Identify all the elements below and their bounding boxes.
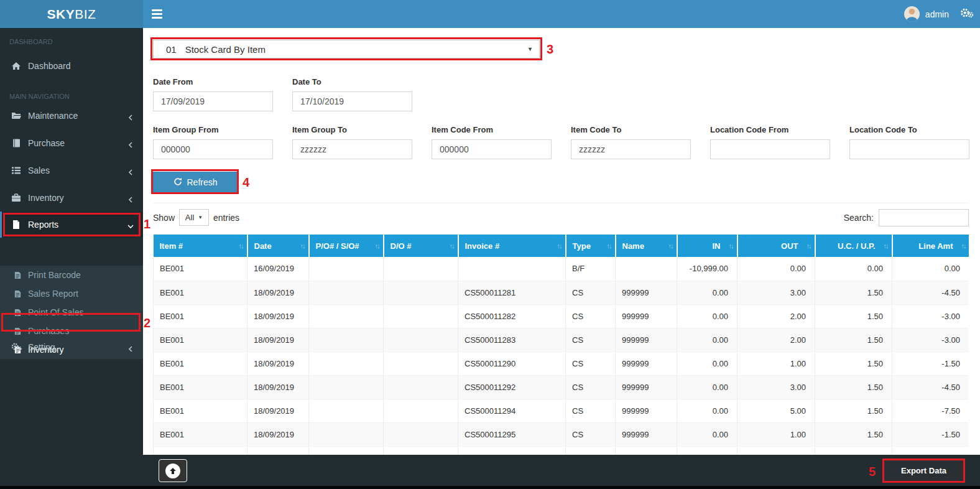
sort-icon: ↑↓ — [375, 242, 379, 249]
chevron-left-icon — [127, 195, 134, 201]
settings-gear-icon[interactable] — [960, 7, 974, 21]
table-cell: 999999 — [616, 375, 677, 399]
top-navbar: admin — [143, 0, 980, 28]
table-cell: CS — [566, 399, 616, 422]
user-menu[interactable]: admin — [904, 6, 949, 22]
column-header-out[interactable]: OUT↑↓ — [737, 235, 815, 257]
sidebar: DASHBOARD Dashboard MAIN NAVIGATION Main… — [0, 28, 143, 489]
table-cell: 18/09/2019 — [247, 422, 309, 446]
table-cell: 999999 — [616, 422, 677, 446]
stock-card-table: Item #↑↓ Date↑↓ P/O# / S/O#↑↓ D/O #↑↓ In… — [153, 235, 969, 455]
file-icon — [11, 220, 21, 230]
column-header-invoice[interactable]: Invoice #↑↓ — [458, 235, 566, 257]
item-group-from-input[interactable] — [153, 139, 273, 159]
logo-bold: SKY — [47, 7, 75, 22]
table-cell: 0.00 — [892, 257, 969, 281]
refresh-icon — [173, 177, 182, 188]
table-cell: 3.00 — [737, 375, 815, 399]
footer-bar: Export Data — [0, 455, 980, 486]
submenu-item-point-of-sales[interactable]: Point Of Sales — [0, 303, 143, 322]
table-cell: CS — [566, 375, 616, 399]
scroll-to-top-button[interactable] — [159, 459, 187, 482]
item-group-to-input[interactable] — [292, 139, 412, 159]
table-cell — [384, 446, 458, 455]
column-header-uc-up[interactable]: U.C. / U.P.↑↓ — [815, 235, 892, 257]
file-text-icon — [14, 309, 22, 317]
table-cell — [384, 375, 458, 399]
table-row: BE001 18/09/2019 CS500011283 CS 999999 0… — [154, 328, 969, 352]
column-header-line-amt[interactable]: Line Amt↑↓ — [892, 235, 969, 257]
table-cell — [616, 446, 677, 455]
location-code-to-input[interactable] — [849, 139, 969, 159]
submenu-item-sales-report[interactable]: Sales Report — [0, 284, 143, 303]
column-header-po-so[interactable]: P/O# / S/O#↑↓ — [309, 235, 384, 257]
table-cell: 16/09/2019 — [247, 257, 309, 281]
sidebar-item-setting[interactable]: Setting — [0, 333, 143, 361]
location-code-from-input[interactable] — [710, 139, 830, 159]
chevron-down-icon — [127, 221, 134, 228]
table-cell: CS500011290 — [458, 352, 566, 375]
column-header-type[interactable]: Type↑↓ — [566, 235, 616, 257]
table-cell: 18/09/2019 — [247, 352, 309, 375]
table-cell: CS — [566, 352, 616, 375]
sidebar-item-label: Setting — [28, 342, 55, 352]
table-row: BE001 18/09/2019 CS500011282 CS 999999 0… — [154, 304, 969, 328]
date-to-input[interactable] — [292, 91, 412, 111]
sidebar-item-purchase[interactable]: Purchase — [0, 129, 143, 157]
sidebar-item-sales[interactable]: Sales — [0, 157, 143, 184]
gears-icon — [11, 342, 21, 352]
table-cell: 999999 — [616, 281, 677, 304]
table-cell: BE001 — [154, 399, 247, 422]
sort-icon: ↑↓ — [884, 242, 888, 249]
show-label: Show — [153, 213, 175, 223]
refresh-label: Refresh — [187, 177, 217, 187]
submenu-item-label: Point Of Sales — [28, 307, 84, 317]
report-type-select[interactable]: 01 Stock Card By Item ▼ — [153, 40, 540, 58]
item-code-from-input[interactable] — [432, 139, 552, 159]
sidebar-item-maintenance[interactable]: Maintenance — [0, 102, 143, 129]
item-group-to-label: Item Group To — [292, 125, 347, 134]
column-header-do[interactable]: D/O #↑↓ — [384, 235, 458, 257]
table-cell — [616, 257, 677, 281]
table-cell: 0.00 — [677, 304, 737, 328]
table-cell: CS — [566, 328, 616, 352]
table-cell: B/F — [566, 257, 616, 281]
table-cell: -7.50 — [892, 399, 969, 422]
table-cell: 18/09/2019 — [247, 375, 309, 399]
list-icon — [11, 165, 21, 175]
column-header-date[interactable]: Date↑↓ — [247, 235, 309, 257]
table-cell: 999999 — [616, 352, 677, 375]
sort-icon: ↑↓ — [807, 242, 811, 249]
column-header-item[interactable]: Item #↑↓ — [154, 235, 247, 257]
sort-icon: ↑↓ — [961, 242, 966, 249]
bottom-strip — [0, 486, 980, 489]
table-row: BE001 16/09/2019 B/F -10,999.00 0.00 0.0… — [154, 257, 969, 281]
page-length-value: All — [185, 213, 194, 222]
date-from-input[interactable] — [153, 91, 273, 111]
table-cell: CS500011282 — [458, 304, 566, 328]
table-cell: 999999 — [616, 328, 677, 352]
table-cell — [309, 422, 384, 446]
submenu-item-print-barcode[interactable]: Print Barcode — [0, 266, 143, 284]
table-cell: BE001 — [154, 281, 247, 304]
refresh-button[interactable]: Refresh — [153, 172, 238, 193]
main-content: 01 Stock Card By Item ▼ Date From Date T… — [143, 28, 980, 455]
date-from-label: Date From — [153, 77, 193, 86]
page-length-select[interactable]: All ▼ — [179, 209, 209, 226]
app-logo[interactable]: SKYBIZ — [0, 0, 143, 28]
search-input[interactable] — [879, 209, 969, 226]
sidebar-item-dashboard[interactable]: Dashboard — [0, 52, 143, 80]
column-header-in[interactable]: IN↑↓ — [677, 235, 737, 257]
table-cell — [458, 257, 566, 281]
item-code-to-input[interactable] — [571, 139, 691, 159]
chevron-left-icon — [127, 344, 134, 350]
table-row: BE001 18/09/2019 CS500011294 CS 999999 0… — [154, 399, 969, 422]
sort-icon: ↑↓ — [607, 242, 611, 249]
export-data-button[interactable]: Export Data — [884, 460, 963, 481]
table-cell: 1.50 — [815, 281, 892, 304]
table-cell: 18/09/2019 — [247, 281, 309, 304]
sidebar-item-reports[interactable]: Reports — [0, 212, 143, 238]
hamburger-menu-icon[interactable] — [143, 0, 170, 28]
column-header-name[interactable]: Name↑↓ — [616, 235, 677, 257]
sidebar-item-inventory[interactable]: Inventory — [0, 184, 143, 212]
